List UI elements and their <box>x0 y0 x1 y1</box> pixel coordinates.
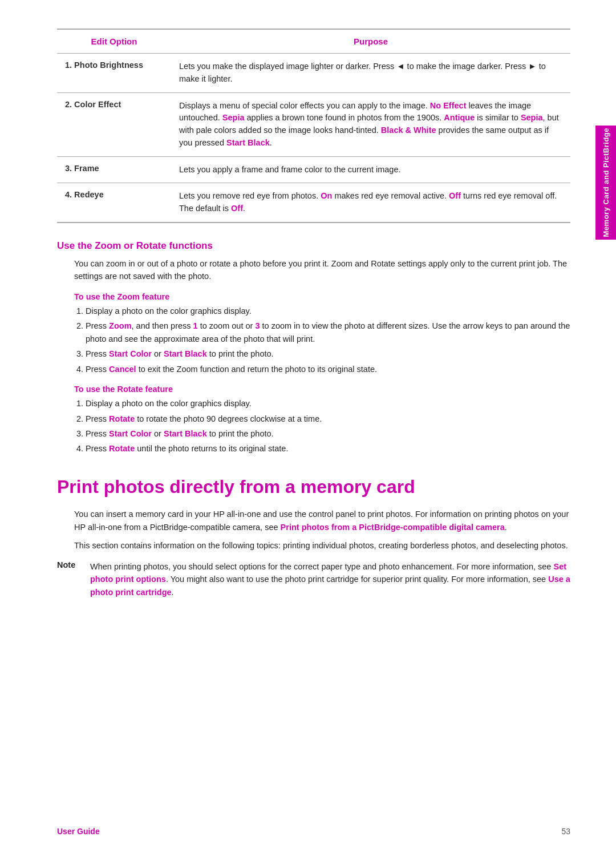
highlight-zoom: Zoom <box>109 321 131 330</box>
highlight-start-black2: Start Black <box>164 349 207 358</box>
list-item: Press Start Color or Start Black to prin… <box>86 347 570 360</box>
footer: User Guide 53 <box>57 827 570 836</box>
zoom-rotate-heading: Use the Zoom or Rotate functions <box>57 240 570 252</box>
option-label: 4. Redeye <box>57 183 171 223</box>
highlight-sepia: Sepia <box>222 113 245 122</box>
table-row: 1. Photo Brightness Lets you make the di… <box>57 54 570 93</box>
list-item: Press Rotate to rotate the photo 90 degr… <box>86 413 570 425</box>
option-label: 2. Color Effect <box>57 92 171 156</box>
list-item: Press Cancel to exit the Zoom function a… <box>86 363 570 375</box>
highlight-start-color2: Start Color <box>109 429 152 438</box>
note-label: Note <box>57 560 84 599</box>
main-content: Edit Option Purpose 1. Photo Brightness … <box>57 0 570 599</box>
table-header-purpose: Purpose <box>171 29 570 54</box>
print-intro1: You can insert a memory card in your HP … <box>74 508 570 533</box>
list-item: Display a photo on the color graphics di… <box>86 397 570 410</box>
side-tab-label: Memory Card and PictBridge <box>602 128 610 237</box>
highlight-sepia2: Sepia <box>521 113 543 122</box>
zoom-subheading: To use the Zoom feature <box>74 292 570 301</box>
list-item: Press Zoom, and then press 1 to zoom out… <box>86 320 570 345</box>
highlight-rotate: Rotate <box>109 414 135 423</box>
highlight-bw: Black & White <box>381 126 436 135</box>
highlight-pictbridge-link[interactable]: Print photos from a PictBridge-compatibl… <box>281 523 505 532</box>
list-item: Press Start Color or Start Black to prin… <box>86 427 570 440</box>
highlight-start-black: Start Black <box>226 138 270 147</box>
rotate-subheading: To use the Rotate feature <box>74 385 570 394</box>
side-tab: Memory Card and PictBridge <box>595 126 616 240</box>
note-block: Note When printing photos, you should se… <box>57 560 570 599</box>
highlight-1: 1 <box>193 321 198 330</box>
zoom-steps-list: Display a photo on the color graphics di… <box>86 305 570 375</box>
table-header-option: Edit Option <box>57 29 171 54</box>
table-row: 2. Color Effect Displays a menu of speci… <box>57 92 570 156</box>
highlight-on: On <box>321 191 332 200</box>
rotate-steps-list: Display a photo on the color graphics di… <box>86 397 570 455</box>
zoom-rotate-intro: You can zoom in or out of a photo or rot… <box>74 257 570 283</box>
highlight-off: Off <box>449 191 461 200</box>
footer-page-number: 53 <box>561 827 570 836</box>
option-label: 3. Frame <box>57 156 171 183</box>
highlight-off2: Off <box>231 204 243 213</box>
highlight-antique: Antique <box>444 113 475 122</box>
highlight-start-color: Start Color <box>109 349 152 358</box>
highlight-3: 3 <box>255 321 260 330</box>
highlight-set-options-link[interactable]: Set photo print options <box>90 562 566 584</box>
option-purpose: Lets you remove red eye from photos. On … <box>171 183 570 223</box>
highlight-rotate2: Rotate <box>109 444 135 453</box>
footer-user-guide: User Guide <box>57 827 100 836</box>
edit-options-table: Edit Option Purpose 1. Photo Brightness … <box>57 29 570 223</box>
highlight-cancel: Cancel <box>109 365 136 374</box>
highlight-no-effect: No Effect <box>430 101 467 110</box>
list-item: Display a photo on the color graphics di… <box>86 305 570 317</box>
option-purpose: Lets you apply a frame and frame color t… <box>171 156 570 183</box>
list-item: Press Rotate until the photo returns to … <box>86 442 570 455</box>
note-text: When printing photos, you should select … <box>90 560 570 599</box>
table-row: 3. Frame Lets you apply a frame and fram… <box>57 156 570 183</box>
option-label: 1. Photo Brightness <box>57 54 171 93</box>
option-purpose: Displays a menu of special color effects… <box>171 92 570 156</box>
main-section-title: Print photos directly from a memory card <box>57 476 570 498</box>
highlight-start-black3: Start Black <box>164 429 207 438</box>
print-section: Print photos directly from a memory card… <box>57 476 570 599</box>
print-intro2: This section contains information on the… <box>74 539 570 552</box>
zoom-rotate-section: Use the Zoom or Rotate functions You can… <box>57 240 570 455</box>
table-row: 4. Redeye Lets you remove red eye from p… <box>57 183 570 223</box>
option-purpose: Lets you make the displayed image lighte… <box>171 54 570 93</box>
